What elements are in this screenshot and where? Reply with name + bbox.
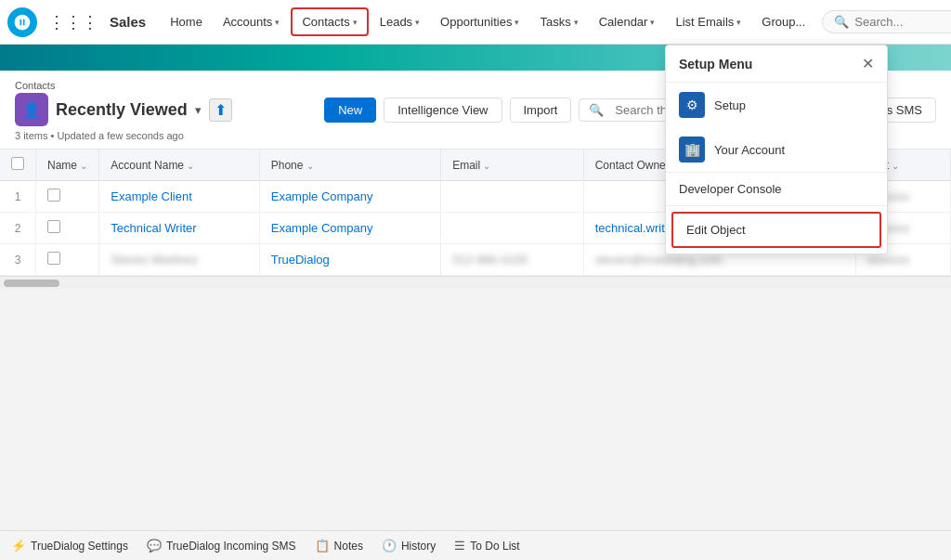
contacts-chevron: ▾	[353, 18, 358, 27]
col-select-all[interactable]	[0, 150, 36, 181]
nav-item-calendar[interactable]: Calendar ▾	[590, 9, 665, 34]
list-search-icon: 🔍	[589, 103, 604, 117]
grid-icon[interactable]: ⋮⋮⋮	[45, 8, 102, 36]
row-name[interactable]: Technical Writer	[99, 213, 259, 244]
page-title: Recently Viewed	[56, 100, 188, 120]
edit-object-label: Edit Object	[686, 223, 746, 237]
nav-label-accounts: Accounts	[223, 15, 272, 29]
row-checkbox[interactable]	[36, 244, 99, 276]
contact-name-link[interactable]: Technical Writer	[111, 221, 196, 235]
account-name-link[interactable]: TrueDialog	[271, 253, 330, 267]
title-chevron-icon[interactable]: ▾	[195, 103, 202, 117]
todo-icon: ☰	[454, 539, 465, 553]
setup-icon: ⚙	[679, 92, 705, 118]
nav-item-tasks[interactable]: Tasks ▾	[530, 9, 587, 34]
col-email[interactable]: Email ⌄	[441, 150, 584, 181]
nav-label-calendar: Calendar	[599, 15, 648, 29]
upload-button[interactable]: ⬆	[209, 98, 232, 122]
nav-label-home: Home	[170, 15, 202, 29]
setup-menu: Setup Menu ✕ ⚙ Setup 🏢 Your Account Deve…	[665, 45, 888, 254]
nav-label-opportunities: Opportunities	[440, 15, 512, 29]
contacts-icon-symbol: 👤	[22, 101, 41, 119]
setup-item-label: Setup	[714, 98, 746, 112]
nav-label-list-emails: List Emails	[675, 15, 734, 29]
row-phone	[441, 213, 584, 244]
truedialog-sms-label: TrueDialog Incoming SMS	[166, 540, 296, 553]
tasks-chevron: ▾	[574, 18, 579, 27]
horizontal-scrollbar[interactable]	[0, 276, 951, 289]
phone-sort-icon: ⌄	[306, 161, 314, 171]
select-all-checkbox[interactable]	[11, 157, 24, 170]
intelligence-view-button[interactable]: Intelligence View	[384, 98, 502, 123]
nav-label-leads: Leads	[380, 15, 412, 29]
notes-label: Notes	[334, 540, 363, 553]
history-item[interactable]: 🕐 History	[382, 539, 436, 553]
app-name: Sales	[110, 14, 146, 30]
notes-item[interactable]: 📋 Notes	[315, 539, 363, 553]
setup-menu-item-developer[interactable]: Developer Console	[666, 173, 887, 205]
todo-item[interactable]: ☰ To Do List	[454, 539, 519, 553]
setup-menu-item-setup[interactable]: ⚙ Setup	[666, 83, 887, 127]
col-account-name[interactable]: Account Name ⌄	[99, 150, 259, 181]
history-icon: 🕐	[382, 539, 397, 553]
row-checkbox[interactable]	[36, 181, 99, 213]
nav-item-leads[interactable]: Leads ▾	[371, 9, 429, 34]
sms-icon: 💬	[147, 539, 162, 553]
nav-item-opportunities[interactable]: Opportunities ▾	[431, 9, 528, 34]
setup-menu-title: Setup Menu	[679, 57, 752, 72]
leads-chevron: ▾	[415, 18, 420, 27]
name-sort-icon: ⌄	[80, 161, 87, 171]
nav-item-groups[interactable]: Group...	[752, 9, 814, 34]
nav-item-list-emails[interactable]: List Emails ▾	[666, 9, 750, 34]
contact-name-link[interactable]: Example Client	[111, 189, 191, 203]
new-button[interactable]: New	[324, 98, 376, 123]
calendar-chevron: ▾	[650, 18, 655, 27]
global-search[interactable]: 🔍	[822, 10, 951, 33]
row-num: 3	[0, 244, 36, 276]
row-phone: 512-986-4105	[441, 244, 584, 276]
scroll-thumb[interactable]	[4, 280, 59, 287]
setup-menu-header: Setup Menu ✕	[666, 46, 887, 83]
first-sort-icon: ⌄	[892, 161, 899, 171]
salesforce-logo[interactable]	[7, 7, 37, 37]
nav-bar: Home Accounts ▾ Contacts ▾ Leads ▾ Oppor…	[161, 7, 814, 36]
nav-label-contacts: Contacts	[302, 15, 349, 29]
import-button[interactable]: Import	[510, 98, 572, 123]
menu-divider-2	[666, 205, 887, 206]
history-label: History	[401, 540, 436, 553]
col-name[interactable]: Name ⌄	[36, 150, 99, 181]
account-sort-icon: ⌄	[187, 161, 194, 171]
nav-item-accounts[interactable]: Accounts ▾	[214, 9, 289, 34]
nav-item-contacts[interactable]: Contacts ▾	[291, 7, 368, 36]
row-account[interactable]: TrueDialog	[259, 244, 440, 276]
row-account[interactable]: Example Company	[259, 181, 440, 213]
list-emails-chevron: ▾	[736, 18, 741, 27]
edit-object-item[interactable]: Edit Object	[671, 212, 881, 248]
row-num: 2	[0, 213, 36, 244]
search-input[interactable]	[854, 15, 951, 29]
top-bar: ⋮⋮⋮ Sales Home Accounts ▾ Contacts ▾ Lea…	[0, 0, 951, 45]
row-checkbox[interactable]	[36, 213, 99, 244]
setup-menu-item-account[interactable]: 🏢 Your Account	[666, 127, 887, 172]
row-num: 1	[0, 181, 36, 213]
nav-label-groups: Group...	[762, 15, 805, 29]
email-sort-icon: ⌄	[483, 161, 490, 171]
contact-name-link[interactable]: Steven Martinez	[111, 253, 198, 267]
truedialog-settings-item[interactable]: ⚡ TrueDialog Settings	[11, 539, 128, 553]
account-name-link[interactable]: Example Company	[271, 189, 373, 203]
account-name-link[interactable]: Example Company	[271, 221, 373, 235]
row-name[interactable]: Example Client	[99, 181, 259, 213]
accounts-chevron: ▾	[275, 18, 280, 27]
notes-icon: 📋	[315, 539, 330, 553]
todo-label: To Do List	[470, 540, 519, 553]
row-name[interactable]: Steven Martinez	[99, 244, 259, 276]
developer-item-label: Developer Console	[679, 182, 782, 196]
opportunities-chevron: ▾	[515, 18, 519, 27]
bottom-bar: ⚡ TrueDialog Settings 💬 TrueDialog Incom…	[0, 530, 951, 560]
col-phone[interactable]: Phone ⌄	[259, 150, 440, 181]
nav-item-home[interactable]: Home	[161, 9, 212, 34]
truedialog-sms-item[interactable]: 💬 TrueDialog Incoming SMS	[147, 539, 296, 553]
row-account[interactable]: Example Company	[259, 213, 440, 244]
setup-menu-close-button[interactable]: ✕	[862, 55, 874, 72]
contacts-icon: 👤	[15, 93, 48, 126]
